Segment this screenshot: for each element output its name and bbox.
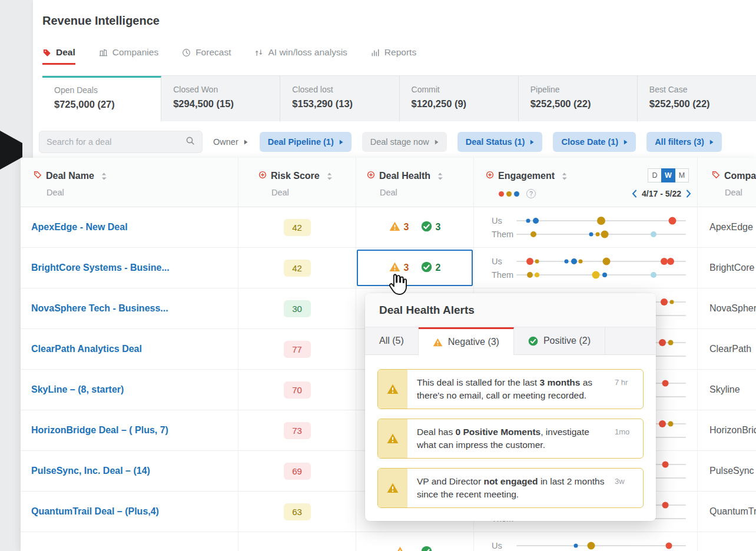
engagement-dot-lightblue[interactable] — [651, 231, 656, 237]
engagement-dot-olive[interactable] — [527, 272, 533, 278]
deal-name-link[interactable]: ApexEdge - New Deal — [21, 222, 128, 233]
engagement-dot-olive[interactable] — [668, 340, 674, 345]
col-deal-name[interactable]: Deal Name Deal — [21, 158, 238, 207]
engagement-dot-olive[interactable] — [535, 259, 539, 263]
tab-companies[interactable]: Companies — [99, 47, 158, 65]
sort-icon[interactable] — [562, 172, 567, 180]
engagement-dot-olive[interactable] — [602, 257, 610, 265]
deal-name-link[interactable]: QuantumTrail Deal – (Plus,4) — [21, 506, 159, 517]
col-title: Engagement — [498, 171, 555, 181]
engagement-dot-red[interactable] — [667, 258, 674, 265]
engagement-dot-blue[interactable] — [589, 232, 593, 236]
deal-name-link[interactable]: SkyLine – (8, starter) — [21, 384, 124, 395]
engagement-dot-olive[interactable] — [668, 421, 674, 426]
engagement-dot-red[interactable] — [659, 339, 666, 346]
toggle-w[interactable]: W — [661, 168, 675, 182]
legend-dot-red — [499, 191, 504, 197]
engagement-dot-red[interactable] — [662, 461, 669, 467]
eng-label-us: Us — [492, 541, 512, 550]
card-label: Commit — [412, 85, 518, 94]
filter-all-filters-3[interactable]: All filters (3) — [646, 132, 722, 152]
engagement-dot-red[interactable] — [526, 258, 533, 265]
deal-health-cell[interactable] — [356, 532, 474, 551]
deal-name-link[interactable]: ClearPath Analytics Deal — [21, 344, 142, 354]
deal-name-link[interactable]: NovaSphere Tech - Business... — [21, 303, 168, 314]
filter-label: Deal Status (1) — [466, 137, 525, 147]
filter-owner[interactable]: Owner — [212, 132, 249, 152]
filter-deal-status-1[interactable]: Deal Status (1) — [457, 132, 543, 152]
deal-name-link[interactable]: HorizonBridge Deal – ( Plus, 7) — [21, 425, 168, 436]
sort-icon[interactable] — [101, 172, 107, 180]
popup-tab-all-5[interactable]: All (5) — [365, 327, 419, 354]
caret-right-icon — [709, 140, 714, 145]
engagement-dot-olive[interactable] — [579, 259, 583, 263]
tab-forecast[interactable]: Forecast — [182, 47, 231, 65]
engagement-dot-blue[interactable] — [573, 543, 578, 547]
engagement-dot-olive[interactable] — [596, 232, 600, 236]
engagement-dot-blue[interactable] — [571, 258, 577, 264]
popup-tab-negative-3[interactable]: Negative (3) — [419, 327, 514, 355]
popup-title: Deal Health Alerts — [365, 293, 656, 327]
engagement-dot-lightblue[interactable] — [651, 272, 656, 278]
sort-icon[interactable] — [437, 172, 443, 180]
card-value: $153,290 (13) — [292, 98, 399, 109]
col-subtitle: Deal — [725, 188, 756, 197]
engagement-dot-blue[interactable] — [564, 259, 568, 263]
card-label: Closed lost — [292, 85, 399, 94]
summary-card-closed-lost[interactable]: Closed lost$153,290 (13) — [280, 76, 399, 121]
filter-deal-pipeline-1[interactable]: Deal Pipeline (1) — [260, 132, 352, 152]
sort-icon[interactable] — [327, 172, 332, 180]
engagement-dot-olive[interactable] — [530, 231, 536, 237]
deal-name-link[interactable]: PulseSync, Inc. Deal – (14) — [21, 466, 150, 476]
summary-card-pipeline[interactable]: Pipeline$252,500 (22) — [519, 76, 638, 121]
summary-card-open-deals[interactable]: Open Deals$725,000 (27) — [42, 76, 161, 121]
engagement-dot-red[interactable] — [661, 258, 668, 265]
col-company[interactable]: Company Deal — [698, 158, 756, 207]
engagement-dot-blue[interactable] — [533, 218, 539, 224]
engagement-dot-yellow[interactable] — [592, 271, 600, 278]
deal-name-link[interactable]: BrightCore Systems - Busine... — [21, 263, 170, 273]
summary-card-best-case[interactable]: Best Case$252,500 (22) — [638, 76, 756, 121]
col-deal-health[interactable]: Deal Health Deal — [356, 158, 474, 207]
engagement-dot-red[interactable] — [662, 380, 669, 386]
tab-reports[interactable]: Reports — [371, 47, 416, 65]
summary-card-commit[interactable]: Commit$120,250 (9) — [400, 76, 519, 121]
caret-right-icon — [244, 140, 248, 145]
chevron-right-icon[interactable] — [686, 190, 691, 198]
table-header: Deal Name Deal Risk Score Deal Deal Heal… — [21, 158, 756, 207]
filter-close-date-1[interactable]: Close Date (1) — [553, 132, 636, 152]
engagement-dot-blue[interactable] — [526, 218, 530, 223]
alert-card[interactable]: VP and Director not engaged in last 2 mo… — [377, 468, 644, 508]
col-engagement[interactable]: Engagement ? DWM 4/17 - 5/22 — [474, 158, 698, 207]
toggle-m[interactable]: M — [675, 168, 689, 182]
toggle-d[interactable]: D — [648, 168, 662, 182]
alert-card[interactable]: Deal has 0 Positive Moments, investigate… — [377, 419, 644, 459]
engagement-dot-blue[interactable] — [602, 273, 607, 277]
engagement-dot-red[interactable] — [668, 217, 676, 224]
deal-health-cell[interactable]: 33 — [356, 207, 474, 247]
filter-deal-stage-now[interactable]: Deal stage now — [362, 132, 447, 152]
search-input[interactable] — [47, 137, 185, 147]
popup-tab-positive-2[interactable]: Positive (2) — [514, 327, 605, 354]
engagement-dot-olive[interactable] — [597, 217, 605, 225]
engagement-dot-olive[interactable] — [669, 300, 674, 304]
risk-score-cell: 63 — [238, 492, 356, 532]
warning-icon — [389, 262, 400, 274]
chevron-left-icon[interactable] — [632, 190, 637, 198]
engagement-dot-olive[interactable] — [587, 542, 595, 549]
engagement-dot-red[interactable] — [662, 502, 669, 508]
search-box[interactable] — [39, 131, 203, 153]
deal-health-cell[interactable]: 32 — [356, 248, 474, 288]
engagement-dot-red[interactable] — [659, 420, 666, 427]
engagement-dot-red[interactable] — [661, 298, 668, 306]
engagement-dot-yellow[interactable] — [535, 273, 539, 277]
engagement-dot-red[interactable] — [666, 542, 672, 549]
summary-card-closed-won[interactable]: Closed Won$294,500 (15) — [161, 76, 280, 121]
help-icon[interactable]: ? — [526, 189, 536, 198]
negative-alerts — [394, 546, 409, 551]
engagement-dot-olive[interactable] — [601, 230, 608, 238]
tab-deal[interactable]: Deal — [42, 47, 75, 65]
alert-card[interactable]: This deal is stalled for the last 3 mont… — [377, 369, 644, 409]
tab-ai-win-loss-analysis[interactable]: AI win/loss analysis — [254, 47, 347, 65]
col-risk-score[interactable]: Risk Score Deal — [238, 158, 356, 207]
